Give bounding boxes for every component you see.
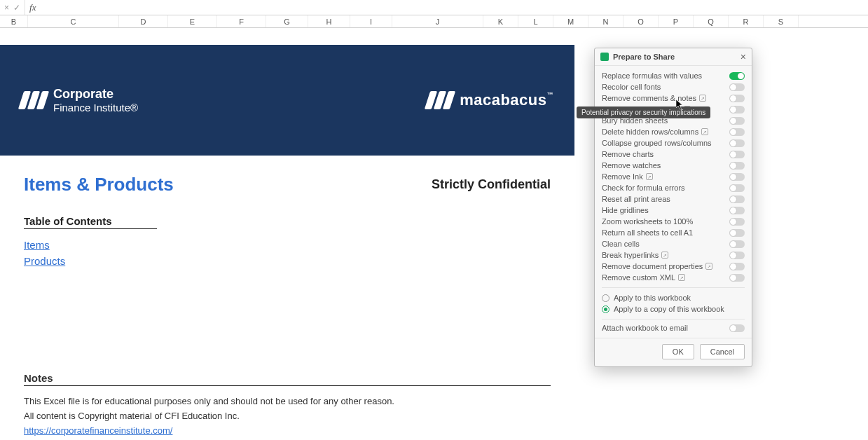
- toc-links: ItemsProducts: [24, 239, 551, 267]
- toc-link-items[interactable]: Items: [24, 239, 551, 251]
- option-label: Collapse grouped rows/columns: [602, 139, 712, 147]
- radio-label: Apply to this workbook: [614, 294, 691, 302]
- column-header-n[interactable]: N: [588, 15, 624, 27]
- cfi-logo-icon: [21, 91, 46, 109]
- option-toggle[interactable]: [729, 263, 745, 270]
- column-header-b[interactable]: B: [0, 15, 28, 27]
- document-header: Corporate Finance Institute® macabacus™: [0, 45, 574, 156]
- column-header-g[interactable]: G: [266, 15, 308, 27]
- option-toggle[interactable]: [729, 195, 745, 203]
- option-toggle[interactable]: [729, 173, 745, 181]
- document-body: Items & Products Strictly Confidential T…: [0, 156, 574, 440]
- option-toggle[interactable]: [729, 128, 745, 136]
- option-row: Remove document properties↗: [602, 261, 745, 272]
- radio-row[interactable]: Apply to this workbook: [602, 292, 745, 303]
- column-header-j[interactable]: J: [392, 15, 483, 27]
- formula-input[interactable]: [40, 0, 868, 15]
- column-header-o[interactable]: O: [624, 15, 659, 27]
- option-row: Remove watches: [602, 160, 745, 171]
- option-toggle[interactable]: [729, 184, 745, 192]
- option-label: Remove comments & notes: [602, 94, 696, 102]
- info-icon[interactable]: ↗: [701, 128, 708, 135]
- dialog-title: Prepare to Share: [613, 53, 675, 61]
- column-header-f[interactable]: F: [217, 15, 266, 27]
- option-toggle[interactable]: [729, 240, 745, 248]
- notes-p1: This Excel file is for educational purpo…: [24, 396, 551, 406]
- toc-heading: Table of Contents: [24, 215, 157, 229]
- option-toggle[interactable]: [729, 95, 745, 102]
- radio-section: Apply to this workbookApply to a copy of…: [602, 287, 745, 315]
- radio-label: Apply to a copy of this workbook: [614, 305, 724, 313]
- option-toggle[interactable]: [729, 106, 745, 114]
- column-header-e[interactable]: E: [168, 15, 217, 27]
- fx-label[interactable]: fx: [25, 2, 40, 13]
- column-header-c[interactable]: C: [28, 15, 119, 27]
- option-label: Replace formulas with values: [602, 71, 702, 80]
- option-row: Collapse grouped rows/columns: [602, 137, 745, 149]
- option-row: Remove comments & notes↗: [602, 92, 745, 104]
- option-toggle[interactable]: [729, 117, 745, 125]
- column-header-k[interactable]: K: [483, 15, 518, 27]
- option-toggle[interactable]: [729, 72, 745, 80]
- option-toggle[interactable]: [729, 207, 745, 214]
- option-label: Remove watches: [602, 161, 661, 170]
- brand-left-line1: Corporate: [53, 87, 138, 102]
- option-label: Return all sheets to cell A1: [602, 228, 693, 237]
- dialog-titlebar: Prepare to Share ×: [595, 48, 752, 66]
- document: Corporate Finance Institute® macabacus™ …: [0, 45, 574, 440]
- option-row: Clean cells: [602, 238, 745, 249]
- notes-p2: All content is Copyright material of CFI…: [24, 411, 551, 421]
- column-header-s[interactable]: S: [764, 15, 799, 27]
- option-row: Recolor cell fonts: [602, 81, 745, 92]
- confidential-label: Strictly Confidential: [432, 177, 551, 192]
- column-header-d[interactable]: D: [119, 15, 168, 27]
- macabacus-logo-icon: [427, 91, 453, 109]
- radio-icon: [602, 294, 609, 302]
- option-label: Check for formula errors: [602, 184, 685, 192]
- attach-label: Attach workbook to email: [602, 324, 688, 332]
- notes-link[interactable]: https://corporatefinanceinstitute.com/: [24, 425, 172, 436]
- option-toggle[interactable]: [729, 218, 745, 226]
- column-header-q[interactable]: Q: [694, 15, 729, 27]
- info-icon[interactable]: ↗: [699, 95, 706, 102]
- attach-toggle[interactable]: [729, 324, 745, 332]
- option-label: Break hyperlinks: [602, 251, 659, 259]
- toc-link-products[interactable]: Products: [24, 255, 551, 267]
- radio-row[interactable]: Apply to a copy of this workbook: [602, 303, 745, 315]
- column-header-l[interactable]: L: [518, 15, 553, 27]
- ok-button[interactable]: OK: [662, 344, 694, 359]
- option-toggle[interactable]: [729, 83, 745, 91]
- column-header-r[interactable]: R: [729, 15, 764, 27]
- info-icon[interactable]: ↗: [678, 274, 685, 281]
- option-label: Remove custom XML: [602, 273, 675, 282]
- info-icon[interactable]: ↗: [646, 173, 653, 180]
- option-row: Remove custom XML↗: [602, 272, 745, 283]
- option-label: Zoom worksheets to 100%: [602, 217, 693, 226]
- option-toggle[interactable]: [729, 252, 745, 259]
- column-header-h[interactable]: H: [308, 15, 350, 27]
- option-toggle[interactable]: [729, 274, 745, 282]
- info-icon[interactable]: ↗: [661, 252, 668, 259]
- option-label: Delete hidden rows/columns: [602, 128, 698, 136]
- enter-formula-icon[interactable]: ✓: [13, 4, 20, 12]
- option-toggle[interactable]: [729, 151, 745, 158]
- option-label: Clean cells: [602, 240, 640, 248]
- option-row: Return all sheets to cell A1: [602, 227, 745, 238]
- column-header-p[interactable]: P: [659, 15, 694, 27]
- close-icon[interactable]: ×: [740, 52, 746, 62]
- cancel-button[interactable]: Cancel: [700, 344, 745, 359]
- option-row: Replace formulas with values: [602, 70, 745, 81]
- column-header-m[interactable]: M: [553, 15, 588, 27]
- option-label: Remove Ink: [602, 172, 643, 181]
- option-row: Zoom worksheets to 100%: [602, 216, 745, 227]
- cancel-formula-icon[interactable]: ×: [4, 4, 9, 12]
- radio-icon: [602, 305, 609, 313]
- option-toggle[interactable]: [729, 162, 745, 170]
- info-icon[interactable]: ↗: [705, 263, 712, 270]
- option-toggle[interactable]: [729, 139, 745, 147]
- formula-bar-controls: × ✓: [0, 0, 25, 15]
- option-toggle[interactable]: [729, 229, 745, 237]
- option-label: Remove document properties: [602, 262, 703, 270]
- column-header-i[interactable]: I: [350, 15, 392, 27]
- app-icon: [600, 53, 609, 61]
